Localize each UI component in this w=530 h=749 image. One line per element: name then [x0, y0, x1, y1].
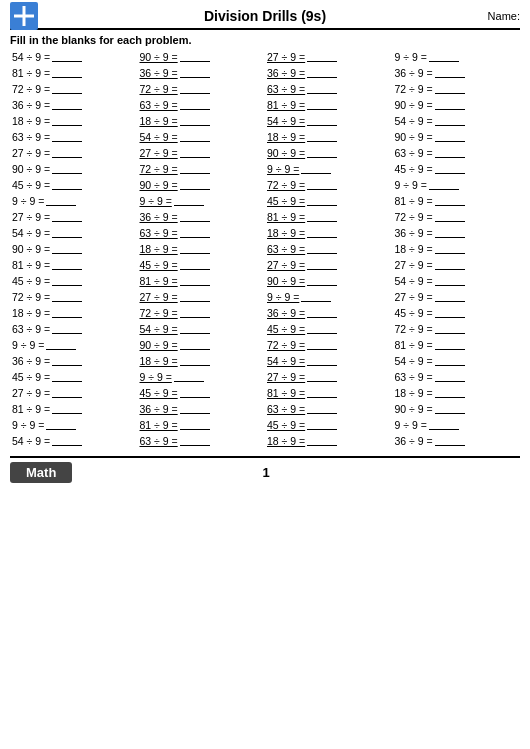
answer-line[interactable] — [307, 68, 337, 78]
answer-line[interactable] — [435, 388, 465, 398]
answer-line[interactable] — [52, 324, 82, 334]
answer-line[interactable] — [435, 100, 465, 110]
answer-line[interactable] — [52, 68, 82, 78]
answer-line[interactable] — [307, 372, 337, 382]
answer-line[interactable] — [307, 244, 337, 254]
answer-line[interactable] — [52, 404, 82, 414]
answer-line[interactable] — [307, 196, 337, 206]
answer-line[interactable] — [435, 372, 465, 382]
answer-line[interactable] — [307, 324, 337, 334]
answer-line[interactable] — [435, 260, 465, 270]
answer-line[interactable] — [435, 292, 465, 302]
answer-line[interactable] — [52, 292, 82, 302]
answer-line[interactable] — [180, 52, 210, 62]
answer-line[interactable] — [435, 356, 465, 366]
answer-line[interactable] — [307, 116, 337, 126]
answer-line[interactable] — [180, 244, 210, 254]
answer-line[interactable] — [307, 404, 337, 414]
answer-line[interactable] — [429, 180, 459, 190]
answer-line[interactable] — [307, 180, 337, 190]
answer-line[interactable] — [435, 340, 465, 350]
answer-line[interactable] — [174, 196, 204, 206]
answer-line[interactable] — [52, 228, 82, 238]
answer-line[interactable] — [46, 196, 76, 206]
answer-line[interactable] — [180, 308, 210, 318]
answer-line[interactable] — [435, 116, 465, 126]
answer-line[interactable] — [307, 52, 337, 62]
answer-line[interactable] — [307, 84, 337, 94]
answer-line[interactable] — [180, 292, 210, 302]
answer-line[interactable] — [435, 244, 465, 254]
answer-line[interactable] — [52, 180, 82, 190]
answer-line[interactable] — [435, 164, 465, 174]
answer-line[interactable] — [435, 196, 465, 206]
answer-line[interactable] — [307, 100, 337, 110]
answer-line[interactable] — [307, 340, 337, 350]
answer-line[interactable] — [180, 260, 210, 270]
answer-line[interactable] — [52, 244, 82, 254]
answer-line[interactable] — [52, 116, 82, 126]
answer-line[interactable] — [52, 260, 82, 270]
answer-line[interactable] — [180, 436, 210, 446]
answer-line[interactable] — [307, 308, 337, 318]
answer-line[interactable] — [180, 84, 210, 94]
answer-line[interactable] — [307, 356, 337, 366]
answer-line[interactable] — [180, 228, 210, 238]
answer-line[interactable] — [52, 100, 82, 110]
answer-line[interactable] — [174, 372, 204, 382]
answer-line[interactable] — [307, 132, 337, 142]
answer-line[interactable] — [435, 404, 465, 414]
answer-line[interactable] — [435, 84, 465, 94]
answer-line[interactable] — [52, 356, 82, 366]
answer-line[interactable] — [52, 148, 82, 158]
answer-line[interactable] — [46, 340, 76, 350]
answer-line[interactable] — [435, 228, 465, 238]
answer-line[interactable] — [180, 164, 210, 174]
answer-line[interactable] — [435, 68, 465, 78]
answer-line[interactable] — [435, 148, 465, 158]
answer-line[interactable] — [180, 212, 210, 222]
answer-line[interactable] — [52, 436, 82, 446]
answer-line[interactable] — [180, 420, 210, 430]
answer-line[interactable] — [52, 372, 82, 382]
answer-line[interactable] — [180, 340, 210, 350]
answer-line[interactable] — [180, 388, 210, 398]
answer-line[interactable] — [180, 180, 210, 190]
answer-line[interactable] — [435, 212, 465, 222]
answer-line[interactable] — [307, 212, 337, 222]
answer-line[interactable] — [52, 308, 82, 318]
answer-line[interactable] — [180, 404, 210, 414]
answer-line[interactable] — [307, 388, 337, 398]
answer-line[interactable] — [307, 420, 337, 430]
answer-line[interactable] — [180, 116, 210, 126]
answer-line[interactable] — [180, 68, 210, 78]
answer-line[interactable] — [180, 148, 210, 158]
answer-line[interactable] — [435, 436, 465, 446]
answer-line[interactable] — [307, 260, 337, 270]
answer-line[interactable] — [301, 292, 331, 302]
answer-line[interactable] — [52, 276, 82, 286]
answer-line[interactable] — [180, 132, 210, 142]
answer-line[interactable] — [435, 132, 465, 142]
answer-line[interactable] — [180, 276, 210, 286]
answer-line[interactable] — [307, 276, 337, 286]
answer-line[interactable] — [180, 324, 210, 334]
answer-line[interactable] — [301, 164, 331, 174]
answer-line[interactable] — [52, 164, 82, 174]
answer-line[interactable] — [46, 420, 76, 430]
answer-line[interactable] — [435, 308, 465, 318]
answer-line[interactable] — [180, 100, 210, 110]
answer-line[interactable] — [307, 148, 337, 158]
answer-line[interactable] — [435, 276, 465, 286]
answer-line[interactable] — [52, 132, 82, 142]
answer-line[interactable] — [429, 420, 459, 430]
answer-line[interactable] — [180, 356, 210, 366]
answer-line[interactable] — [52, 388, 82, 398]
answer-line[interactable] — [307, 228, 337, 238]
answer-line[interactable] — [429, 52, 459, 62]
answer-line[interactable] — [435, 324, 465, 334]
answer-line[interactable] — [307, 436, 337, 446]
answer-line[interactable] — [52, 52, 82, 62]
answer-line[interactable] — [52, 84, 82, 94]
answer-line[interactable] — [52, 212, 82, 222]
